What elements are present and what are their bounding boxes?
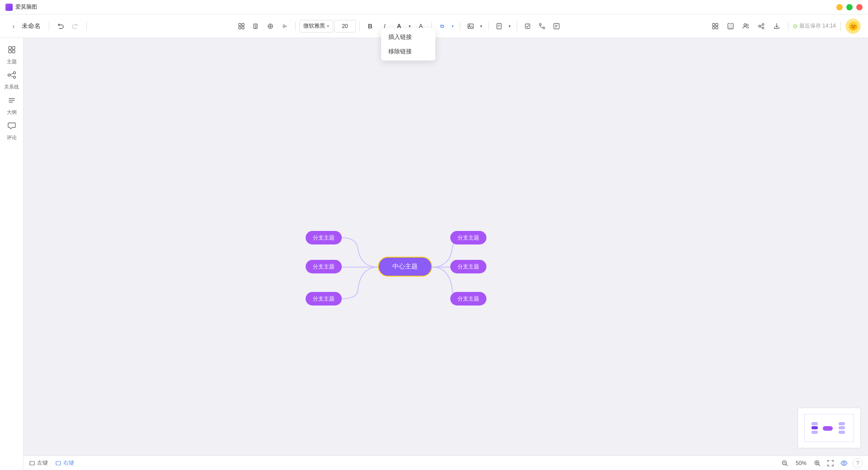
minimap-branch-left1: [811, 422, 818, 425]
export-button[interactable]: [770, 19, 783, 33]
avatar-button[interactable]: 🌞: [845, 19, 861, 34]
divider-9: [788, 22, 788, 31]
font-size-selector[interactable]: 20: [334, 20, 356, 33]
image-button[interactable]: [464, 19, 477, 33]
minimap-branch-right2: [839, 426, 845, 429]
style-button[interactable]: [235, 19, 248, 33]
font-family-selector[interactable]: 微软雅黑 ▾: [299, 20, 333, 33]
svg-rect-27: [9, 50, 11, 53]
bottom-left: 左键 右键: [29, 459, 74, 467]
doc-title: 未命名: [22, 22, 41, 30]
svg-rect-14: [716, 24, 718, 26]
zoom-in-button[interactable]: [813, 459, 822, 468]
outline-icon: [7, 96, 16, 107]
bold-button[interactable]: B: [363, 19, 377, 33]
dropdown-menu: 插入链接 移除链接: [381, 28, 435, 61]
note-arrow[interactable]: ▾: [507, 19, 513, 33]
center-node[interactable]: 中心主题: [378, 257, 432, 277]
branch-node-bl1[interactable]: 分支主题: [306, 231, 342, 244]
branch-node-br3[interactable]: 分支主题: [450, 292, 486, 306]
svg-rect-3: [242, 27, 244, 29]
users-button[interactable]: [739, 19, 753, 33]
svg-point-30: [13, 72, 15, 74]
minimap-branch-right3: [839, 431, 845, 434]
help-button[interactable]: ?: [853, 458, 863, 468]
save-time: 最近保存 14:14: [799, 22, 836, 30]
svg-point-34: [843, 462, 845, 464]
back-button[interactable]: ‹: [7, 20, 20, 33]
sidebar-item-outline[interactable]: 大纲: [2, 94, 22, 118]
title-bar: 爱莫脑图 − □ ×: [0, 0, 868, 14]
right-key-label: 右键: [63, 459, 74, 467]
zoom-out-button[interactable]: [780, 459, 789, 468]
view-mode-button[interactable]: [839, 458, 849, 468]
theme-label: 主题: [7, 58, 17, 65]
toolbar-right: ⊙ 最近保存 14:14 🌞: [708, 19, 861, 34]
left-click-shortcut: 左键: [29, 459, 48, 467]
minimap[interactable]: [797, 408, 861, 448]
window-controls: − □ ×: [836, 4, 863, 10]
copy-style-button[interactable]: [249, 19, 263, 33]
maximize-button[interactable]: □: [846, 4, 853, 10]
minimize-button[interactable]: −: [836, 4, 843, 10]
share-button[interactable]: [755, 19, 768, 33]
branch-node-bl3[interactable]: 分支主题: [306, 292, 342, 306]
zoom-controls: 50% ?: [780, 458, 863, 468]
insert-link-item[interactable]: 插入链接: [381, 30, 435, 44]
divider-6: [460, 22, 460, 31]
toolbar-left: ‹ 未命名: [7, 20, 41, 33]
redo-button[interactable]: [68, 19, 82, 33]
divider-10: [840, 22, 841, 31]
divider-7: [488, 22, 489, 31]
summary-button[interactable]: [550, 19, 563, 33]
link-style-button[interactable]: [278, 19, 292, 33]
svg-rect-9: [525, 24, 530, 28]
checkbox-button[interactable]: [521, 19, 534, 33]
svg-point-29: [8, 74, 10, 76]
branch-node-br2[interactable]: 分支主题: [450, 260, 486, 273]
svg-rect-28: [12, 50, 15, 53]
sidebar-item-relation[interactable]: 关系线: [2, 69, 22, 92]
save-button[interactable]: [724, 19, 737, 33]
undo-button[interactable]: [54, 19, 67, 33]
minimap-center-node: [823, 426, 833, 431]
svg-rect-16: [716, 27, 718, 29]
link-button[interactable]: [435, 19, 449, 33]
bottom-bar: 左键 右键 50%: [24, 456, 868, 470]
left-key-label: 左键: [37, 459, 48, 467]
minimap-branch-left2: [811, 426, 818, 429]
link-arrow[interactable]: ▾: [450, 19, 456, 33]
branch-node-bl2[interactable]: 分支主题: [306, 260, 342, 273]
svg-rect-0: [239, 24, 241, 26]
svg-rect-25: [9, 47, 11, 49]
image-arrow[interactable]: ▾: [478, 19, 485, 33]
canvas[interactable]: 中心主题 分支主题 分支主题 分支主题 分支主题 分支主题 分支主题: [24, 38, 868, 456]
avatar-emoji: 🌞: [845, 19, 861, 34]
sidebar-item-comment[interactable]: 评论: [2, 119, 22, 143]
zoom-level: 50%: [793, 460, 809, 466]
svg-rect-8: [497, 24, 501, 29]
note-button[interactable]: [492, 19, 506, 33]
svg-point-20: [744, 24, 746, 26]
comment-label: 评论: [7, 134, 17, 141]
save-status: ⊙ 最近保存 14:14: [793, 22, 836, 30]
minimap-branch-right1: [839, 422, 845, 425]
remove-link-item[interactable]: 移除链接: [381, 44, 435, 59]
fit-screen-button[interactable]: [826, 458, 835, 468]
right-click-shortcut: 右键: [55, 459, 74, 467]
sidebar: 主题 关系线 大纲 评论: [0, 38, 24, 470]
layout-button[interactable]: [708, 19, 722, 33]
undo-redo-group: [54, 19, 82, 33]
svg-rect-6: [468, 24, 473, 28]
font-family-arrow: ▾: [327, 24, 329, 28]
close-button[interactable]: ×: [856, 4, 863, 10]
outline-label: 大纲: [7, 109, 17, 116]
sidebar-item-theme[interactable]: 主题: [2, 43, 22, 67]
connection-button[interactable]: [535, 19, 549, 33]
svg-rect-18: [729, 24, 732, 26]
svg-rect-15: [712, 27, 715, 29]
save-icon: ⊙: [793, 23, 797, 29]
svg-point-22: [762, 24, 764, 25]
move-button[interactable]: [264, 19, 277, 33]
branch-node-br1[interactable]: 分支主题: [450, 231, 486, 244]
